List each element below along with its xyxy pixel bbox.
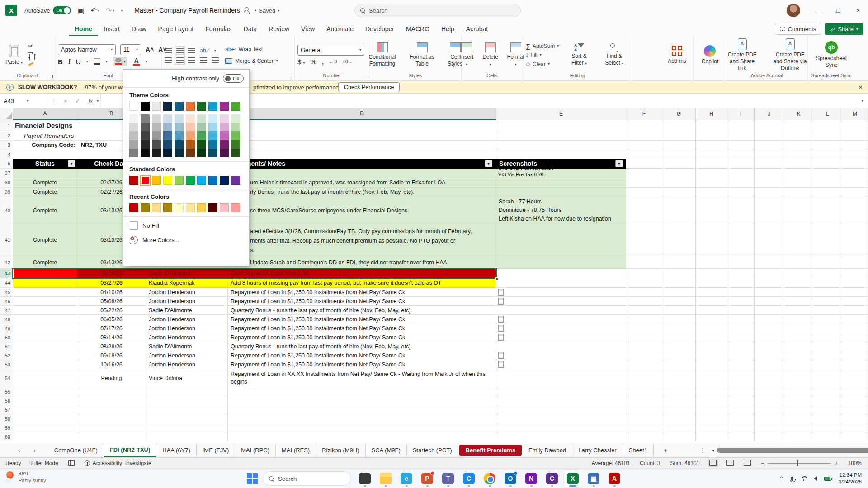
theme-tint-swatch[interactable] [197,123,206,131]
cell-H38[interactable] [696,178,727,188]
cell-B50[interactable]: 08/14/26 [77,333,146,342]
alignment-dialog-launcher[interactable] [289,75,292,78]
cell-D43[interactable]: Catch-Up 401K Loan from LOA [228,269,496,278]
cell-J37[interactable] [755,169,784,178]
calculator-icon[interactable]: ▦ [585,470,603,487]
purple-app-icon[interactable]: C [543,470,561,487]
cell-F59[interactable] [626,423,662,432]
expand-formula-bar-icon[interactable]: ▾ [857,99,868,103]
cell-H50[interactable] [696,333,727,342]
cell-L51[interactable] [813,342,842,351]
cell-H60[interactable] [696,432,727,441]
cell-H39[interactable] [696,188,727,197]
cell-J58[interactable] [755,414,784,423]
cell-F57[interactable] [626,405,662,414]
macro-record-icon[interactable] [68,460,75,466]
theme-tint-swatch[interactable] [186,131,195,140]
theme-tint-swatch[interactable] [220,140,229,149]
tab-overflow-menu[interactable]: ⋮ [696,443,709,457]
cell-E47[interactable] [496,306,626,315]
theme-tint-swatch[interactable] [163,149,172,157]
cell-I51[interactable] [727,342,755,351]
cell-J42[interactable] [755,256,784,269]
theme-tint-swatch[interactable] [129,140,138,149]
cell-L56[interactable] [813,396,842,405]
cell-G57[interactable] [662,405,696,414]
row-header-58[interactable]: 58 [0,414,13,423]
cell-L47[interactable] [813,306,842,315]
cell-D52[interactable]: Repayment of Loan in $1,250.00 Installme… [228,351,496,360]
tab-review[interactable]: Review [263,23,295,36]
column-header-J[interactable]: J [755,108,784,120]
cell-K2[interactable] [784,131,813,141]
sheet-tab-mai-res-[interactable]: MAI (RES) [276,443,316,457]
cell-C45[interactable]: Jordon Henderson [146,288,228,297]
enter-entry-icon[interactable]: ✓ [71,98,85,104]
next-sheet-icon[interactable]: › [33,447,35,454]
cell-E5[interactable]: Screenshots▾ [496,159,626,169]
cell-M45[interactable] [842,288,868,297]
cell-F49[interactable] [626,324,662,333]
cell-D48[interactable]: Repayment of Loan in $1,250.00 Installme… [228,315,496,324]
cell-K53[interactable] [784,360,813,369]
volume-icon[interactable] [814,476,817,481]
standard-color-swatch[interactable] [220,176,229,185]
cell-H47[interactable] [696,306,727,315]
cell-L1[interactable] [813,120,842,131]
cell-K40[interactable] [784,197,813,224]
tab-insert[interactable]: Insert [98,23,126,36]
prev-sheet-icon[interactable]: ‹ [18,447,20,454]
teams-icon[interactable]: T [439,470,457,487]
cell-K57[interactable] [784,405,813,414]
theme-color-swatch[interactable] [208,102,217,111]
cell-M2[interactable] [842,131,868,141]
cell-G44[interactable] [662,278,696,288]
clear-button[interactable]: ◇Clear▾ [526,61,559,68]
cell-E59[interactable] [496,423,626,432]
tab-data[interactable]: Data [238,23,263,36]
cell-F48[interactable] [626,315,662,324]
cell-E54[interactable] [496,369,626,387]
cell-A59[interactable] [13,423,77,432]
column-header-H[interactable]: H [696,108,727,120]
cell-A54[interactable] [13,369,77,387]
cell-B58[interactable] [77,414,146,423]
cell-J53[interactable] [755,360,784,369]
row-header-45[interactable]: 45 [0,288,13,297]
cell-L4[interactable] [813,150,842,159]
cell-J1[interactable] [755,120,784,131]
cut-button[interactable]: ✂ [28,42,36,50]
cell-I4[interactable] [727,150,755,159]
theme-color-swatch[interactable] [231,102,240,111]
cell-I50[interactable] [727,333,755,342]
cell-H2[interactable] [696,131,727,141]
row-header-37[interactable]: 37 [0,169,13,178]
theme-tint-swatch[interactable] [186,123,195,131]
cell-H40[interactable] [696,197,727,224]
standard-color-swatch[interactable] [231,176,240,185]
font-color-button[interactable]: A [133,57,140,66]
recent-color-swatch[interactable] [186,203,195,212]
theme-tint-swatch[interactable] [152,123,161,131]
cell-M40[interactable] [842,197,868,224]
cell-C43[interactable]: Sadie D'Alimonte [146,269,228,278]
column-header-D[interactable]: D [228,108,496,120]
cancel-entry-icon[interactable]: × [60,98,71,104]
cell-K38[interactable] [784,178,813,188]
cell-I43[interactable] [727,269,755,278]
cell-F3[interactable] [626,141,662,150]
cell-G4[interactable] [662,150,696,159]
sheet-tab-rizikon-m9h-[interactable]: Rizikon (M9H) [316,443,365,457]
row-header-46[interactable]: 46 [0,297,13,306]
cell-G2[interactable] [662,131,696,141]
cell-M4[interactable] [842,150,868,159]
standard-color-swatch[interactable] [163,176,172,185]
decrease-indent-button[interactable] [200,57,207,63]
cell-L59[interactable] [813,423,842,432]
cell-I2[interactable] [727,131,755,141]
cell-L50[interactable] [813,333,842,342]
save-button[interactable]: ▣ [77,6,84,15]
tab-macro[interactable]: MACRO [400,23,435,36]
screenshot-thumbnail-icon[interactable] [498,361,504,368]
cell-H5[interactable] [696,159,727,169]
